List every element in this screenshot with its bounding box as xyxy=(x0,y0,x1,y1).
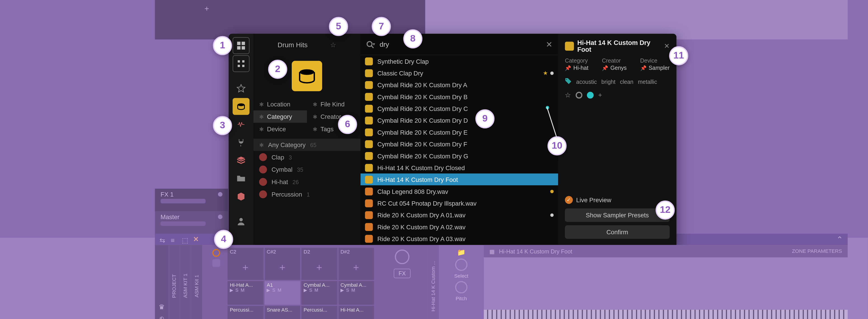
source-grid-icon[interactable] xyxy=(233,37,250,54)
result-row[interactable]: Ride 20 K Custom Dry A 02.wav xyxy=(361,221,558,232)
search-clear-icon[interactable]: ✕ xyxy=(546,40,553,49)
result-row[interactable]: Ride 20 K Custom Dry A 01.wav xyxy=(361,209,558,221)
annotation-badge: 12 xyxy=(656,201,675,220)
drum-pad[interactable]: Percussi... xyxy=(301,306,337,319)
show-presets-button[interactable]: Show Sampler Presets xyxy=(565,208,670,222)
track-meter xyxy=(161,199,206,203)
svg-rect-2 xyxy=(237,46,241,50)
drum-pad[interactable]: Cymbal A...▶SM xyxy=(301,281,337,305)
tag[interactable]: metallic xyxy=(638,78,657,85)
drum-pad[interactable]: D2+ xyxy=(301,248,337,280)
meta-device[interactable]: 📌Sampler xyxy=(640,65,670,71)
category-item[interactable]: Hi-hat26 xyxy=(253,176,361,188)
source-layers-icon[interactable] xyxy=(233,152,250,169)
drum-pad[interactable]: Snare AS... xyxy=(264,306,300,319)
source-folder-icon[interactable] xyxy=(233,170,250,187)
zone-parameters-label[interactable]: ZONE PARAMETERS xyxy=(792,248,842,254)
category-item[interactable]: Percussion1 xyxy=(253,188,361,201)
confirm-button[interactable]: Confirm xyxy=(565,225,670,239)
result-row[interactable]: Cymbal Ride 20 K Custom Dry B xyxy=(361,91,558,102)
fx-button[interactable]: FX xyxy=(394,268,411,278)
device-vert-label[interactable]: ASM Kit 1 xyxy=(191,245,202,319)
drum-pad[interactable]: C2+ xyxy=(227,248,263,280)
result-row[interactable]: Cymbal Ride 20 K Custom Dry A xyxy=(361,79,558,91)
color-swatch[interactable] xyxy=(587,92,594,98)
tag[interactable]: bright xyxy=(601,78,615,85)
track-fx1[interactable]: FX 1 xyxy=(155,189,228,211)
result-row[interactable]: Classic Clap Dry★ xyxy=(361,67,558,79)
live-preview-toggle[interactable]: ✓ xyxy=(565,196,573,204)
track-indicator xyxy=(218,215,222,219)
track-master[interactable]: Master xyxy=(155,211,228,234)
result-row[interactable]: Synthetic Dry Clap xyxy=(361,55,558,67)
color-swatch[interactable] xyxy=(576,92,583,98)
browser-source-bar xyxy=(229,34,253,248)
result-row[interactable]: Cymbal Ride 20 K Custom Dry E xyxy=(361,126,558,138)
drum-pad[interactable]: Percussi... xyxy=(227,306,263,319)
toolbar-hierarchy-icon[interactable]: ⬚ xyxy=(182,236,188,242)
tag[interactable]: clean xyxy=(620,78,633,85)
filter-location[interactable]: ✱Location xyxy=(253,98,307,110)
source-star-icon[interactable] xyxy=(233,80,250,97)
toolbar-close-icon[interactable]: ✕ xyxy=(193,235,199,243)
drum-pad[interactable]: Cymbal A...▶SM xyxy=(338,281,374,305)
svg-rect-5 xyxy=(242,60,244,63)
meta-creator[interactable]: 📌Genys xyxy=(602,65,626,71)
search-icon[interactable]: ▾ xyxy=(366,40,375,48)
result-row[interactable]: Cymbal Ride 20 K Custom Dry F xyxy=(361,138,558,150)
tag[interactable]: acoustic xyxy=(576,78,597,85)
drum-pad[interactable]: C#2+ xyxy=(264,248,300,280)
source-wave-icon[interactable] xyxy=(233,116,250,133)
sample-vert-label[interactable]: Hi-Hat 14 K Custom ... xyxy=(428,245,439,319)
pitch-knob[interactable] xyxy=(455,281,467,293)
result-row[interactable]: Hi-Hat 14 K Custom Dry Closed xyxy=(361,162,558,173)
result-row[interactable]: Ride 20 K Custom Dry A 03.wav xyxy=(361,233,558,245)
device-folder-icon[interactable] xyxy=(212,259,220,267)
device-power-icon[interactable] xyxy=(212,249,220,257)
category-item[interactable]: Cymbal35 xyxy=(253,163,361,176)
zone-folder-icon[interactable]: 📁 xyxy=(457,248,465,256)
result-row[interactable]: Cymbal Ride 20 K Custom Dry C xyxy=(361,102,558,114)
annotation-badge: 10 xyxy=(548,136,567,155)
category-any[interactable]: ✱ Any Category 65 xyxy=(253,138,361,151)
result-icon xyxy=(365,81,373,89)
search-bar: ▾ ✕ xyxy=(361,34,558,55)
browser-panel: Drum Hits ☆ ✱Location ✱File Kind ✱Catego… xyxy=(229,34,676,248)
favorite-star-icon[interactable]: ☆ xyxy=(565,91,571,99)
drum-pad[interactable]: Hi-Hat A... xyxy=(338,306,374,319)
favorite-star-icon[interactable]: ☆ xyxy=(330,41,336,49)
result-row[interactable]: Hi-Hat 14 K Custom Dry Foot xyxy=(361,173,558,185)
toolbar-icon[interactable]: ⇆ xyxy=(159,236,165,242)
select-knob[interactable] xyxy=(455,258,467,271)
toolbar-list-icon[interactable]: ≡ xyxy=(170,236,176,242)
meta-category[interactable]: 📌Hi-hat xyxy=(565,65,588,71)
add-color-icon[interactable]: + xyxy=(598,91,602,99)
result-row[interactable]: Clap Legend 808 Dry.wav xyxy=(361,185,558,197)
source-grid-alt-icon[interactable] xyxy=(233,55,250,72)
source-plug-icon[interactable] xyxy=(233,134,250,151)
result-row[interactable]: Cymbal Ride 20 K Custom Dry D xyxy=(361,114,558,126)
device-vert-label[interactable]: ASM KIT 1 xyxy=(180,245,191,319)
toolbar-collapse-icon[interactable]: ⌃ xyxy=(836,235,843,244)
detail-close-icon[interactable]: ✕ xyxy=(664,42,670,50)
filter-category[interactable]: ✱Category xyxy=(253,110,307,123)
drum-pad[interactable]: A1▶SM xyxy=(264,281,300,305)
source-package-icon[interactable] xyxy=(233,188,250,205)
drum-pad[interactable]: D#2+ xyxy=(338,248,374,280)
track-indicator xyxy=(218,192,222,196)
pitch-label: Pitch xyxy=(456,296,467,301)
add-tab-button[interactable]: + xyxy=(205,4,209,13)
waveform-display[interactable] xyxy=(484,257,847,319)
annotation-badge: 3 xyxy=(213,116,232,135)
filter-device[interactable]: ✱Device xyxy=(253,123,307,135)
piano-keyboard[interactable] xyxy=(484,310,847,319)
fx-knob[interactable] xyxy=(395,249,410,264)
source-drum-icon[interactable] xyxy=(233,98,250,115)
drum-pad[interactable]: Hi-Hat A...▶SM xyxy=(227,281,263,305)
filter-filekind[interactable]: ✱File Kind xyxy=(307,98,361,110)
source-user-icon[interactable] xyxy=(233,213,250,230)
result-row[interactable]: RC Cut 054 Pnotap Dry Illspark.wav xyxy=(361,197,558,209)
device-vert-label[interactable]: PROJECT xyxy=(168,245,180,319)
category-item[interactable]: Clap3 xyxy=(253,151,361,163)
result-row[interactable]: Cymbal Ride 20 K Custom Dry G xyxy=(361,150,558,162)
